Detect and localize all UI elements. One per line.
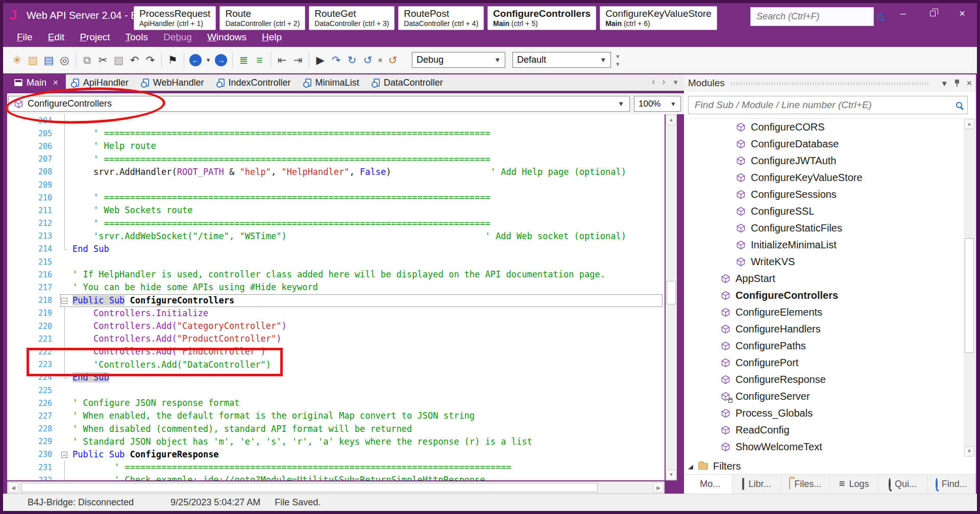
code-horizontal-scrollbar[interactable]: ◀ ▶ — [7, 481, 665, 494]
module-item-WriteKVS[interactable]: WriteKVS — [684, 253, 964, 270]
module-item-InitializeMinimaList[interactable]: InitializeMinimaList — [684, 237, 964, 253]
quick-tab-ProcessRequest[interactable]: ProcessRequestApiHandler (ctrl + 1) — [134, 6, 216, 30]
code-line-207[interactable]: 207 ' ==================================… — [7, 153, 665, 166]
code-line-204[interactable]: 204 — [7, 114, 665, 127]
run-icon[interactable]: ▶ — [312, 52, 328, 69]
bookmark-icon[interactable]: ⚑ — [165, 52, 181, 69]
undo-icon[interactable]: ↶ — [127, 52, 142, 69]
module-item-ShowWelcomeText[interactable]: ShowWelcomeText — [684, 439, 964, 455]
collapse-triangle-icon[interactable]: ◢ — [688, 462, 693, 470]
quick-tab-Route[interactable]: RouteDataController (ctrl + 2) — [219, 6, 305, 30]
panel-drag-grip[interactable] — [731, 82, 928, 85]
code-line-216[interactable]: 216' If HelpHandler is used, controller … — [7, 268, 665, 281]
code-line-219[interactable]: 219 Controllers.Initialize — [7, 307, 665, 320]
pin-icon[interactable] — [954, 79, 960, 87]
code-line-221[interactable]: 221 Controllers.Add("ProductController") — [7, 332, 665, 345]
navigate-back-icon[interactable]: ← — [189, 54, 202, 66]
menu-project[interactable]: Project — [72, 28, 117, 47]
minimize-button[interactable]: – — [888, 3, 918, 23]
code-line-224[interactable]: 224End Sub — [7, 371, 665, 384]
code-line-206[interactable]: 206 ' Help route — [7, 140, 665, 152]
step-into-icon[interactable]: ↻ — [344, 52, 360, 69]
module-item-ConfigureSessions[interactable]: ConfigureSessions — [684, 186, 964, 203]
code-vertical-scrollbar[interactable]: ▲ ▼ — [666, 114, 677, 480]
layout-variant-combo[interactable]: Default ▼ — [512, 52, 611, 68]
code-line-220[interactable]: 220 Controllers.Add("CategoryController"… — [7, 320, 665, 332]
quick-tab-RoutePost[interactable]: RoutePostDataController (ctrl + 4) — [398, 6, 484, 30]
code-line-230[interactable]: 230–Public Sub ConfigureResponse — [7, 448, 665, 461]
scroll-down-icon[interactable]: ▼ — [964, 446, 974, 456]
code-line-227[interactable]: 227' When enabled, the default format is… — [7, 409, 665, 422]
navigate-forward-icon[interactable]: → — [215, 54, 227, 66]
scroll-right-icon[interactable]: › — [662, 76, 665, 87]
new-file-icon[interactable]: ✳ — [9, 52, 25, 69]
module-item-ConfigureControllers[interactable]: ConfigureControllers — [684, 287, 964, 304]
scroll-right-icon[interactable]: ▶ — [653, 482, 664, 493]
close-button[interactable]: × — [947, 3, 977, 23]
editor-tab-MinimaList[interactable]: MinimaList — [298, 74, 366, 91]
scroll-left-icon[interactable]: ◀ — [8, 482, 18, 493]
code-line-214[interactable]: 214End Sub — [7, 243, 665, 255]
code-line-232[interactable]: 232 ' Check example: ide://goto?Module=U… — [7, 474, 665, 480]
code-editor[interactable]: 204205 ' ===============================… — [7, 114, 665, 480]
current-sub-combo[interactable]: ConfigureControllers ▼ — [8, 96, 630, 112]
module-item-ConfigureStaticFiles[interactable]: ConfigureStaticFiles — [684, 220, 964, 237]
save-icon[interactable]: ▤ — [41, 52, 57, 69]
vertical-scroll-thumb[interactable] — [667, 281, 676, 304]
editor-tab-WebHandler[interactable]: WebHandler — [136, 74, 211, 91]
find-in-files-icon[interactable]: ◎ — [57, 52, 72, 69]
panel-tab-Files[interactable]: Files... — [781, 475, 830, 494]
open-file-icon[interactable]: ▨ — [25, 52, 41, 69]
panel-tab-Find[interactable]: Find... — [927, 475, 976, 494]
module-item-ConfigureCORS[interactable]: ConfigureCORS — [684, 119, 964, 136]
outdent-icon[interactable]: ⇤ — [274, 52, 290, 69]
menu-tools[interactable]: Tools — [118, 28, 156, 47]
navigate-history-dropdown-icon[interactable]: ▾ — [204, 52, 213, 69]
module-search-box[interactable] — [688, 96, 968, 114]
code-line-225[interactable]: 225 — [7, 384, 665, 397]
panel-tab-Logs[interactable]: ≡Logs — [830, 475, 878, 494]
panel-tab-Libr[interactable]: Libr... — [732, 475, 781, 494]
code-line-226[interactable]: 226' Configure JSON response format — [7, 397, 665, 409]
tab-list-dropdown-icon[interactable]: ▼ — [672, 76, 679, 87]
module-search-input[interactable] — [694, 99, 956, 111]
restore-button[interactable] — [918, 3, 947, 23]
menu-edit[interactable]: Edit — [40, 28, 72, 47]
close-tab-icon[interactable]: ✕ — [53, 79, 59, 87]
horizontal-scroll-thumb[interactable] — [21, 483, 598, 492]
module-item-AppStart[interactable]: AppStart — [684, 270, 964, 287]
build-configuration-combo[interactable]: Debug ▼ — [412, 52, 505, 68]
code-line-213[interactable]: 213 'srvr.AddWebSocket("/time", "WSTime"… — [7, 230, 665, 243]
step-over-icon[interactable]: ↷ — [328, 52, 344, 69]
code-line-222[interactable]: 222 Controllers.Add("FindController") — [7, 345, 665, 358]
toolbar-overflow-icon[interactable]: ▾▾ — [616, 53, 620, 68]
code-line-212[interactable]: 212 ' ==================================… — [7, 217, 665, 230]
editor-tab-Main[interactable]: Main✕ — [7, 74, 66, 91]
module-item-ConfigureHandlers[interactable]: ConfigureHandlers — [684, 321, 964, 338]
rebuild-icon[interactable]: ↺ — [385, 52, 401, 69]
menu-file[interactable]: File — [9, 28, 40, 47]
code-line-218[interactable]: 218–Public Sub ConfigureControllers — [7, 294, 665, 307]
fold-collapse-icon[interactable]: – — [61, 452, 67, 458]
global-search-box[interactable] — [750, 7, 874, 26]
global-search-input[interactable] — [755, 11, 877, 22]
editor-tab-ApiHandler[interactable]: ApiHandler — [66, 74, 136, 91]
cut-icon[interactable]: ✂ — [95, 52, 111, 69]
module-item-ConfigureElements[interactable]: ConfigureElements — [684, 304, 964, 321]
stop-icon[interactable]: ■ — [376, 52, 385, 69]
modules-scrollbar[interactable]: ▲ ▼ — [964, 118, 975, 457]
step-out-icon[interactable]: ↺ — [360, 52, 376, 69]
module-item-ConfigurePort[interactable]: ConfigurePort — [684, 354, 964, 371]
indent-icon[interactable]: ⇥ — [290, 52, 306, 69]
panel-tab-Qui[interactable]: Qui... — [878, 475, 927, 494]
copy-icon[interactable]: ⧉ — [79, 52, 95, 69]
quick-tab-ConfigureControllers[interactable]: ConfigureControllersMain (ctrl + 5) — [487, 6, 596, 30]
code-line-210[interactable]: 210 ' ==================================… — [7, 191, 665, 204]
code-line-217[interactable]: 217' You can be hide some APIs using #Hi… — [7, 281, 665, 294]
quick-tab-RouteGet[interactable]: RouteGetDataController (ctrl + 3) — [309, 6, 395, 30]
editor-tab-DataController[interactable]: DataController — [366, 74, 450, 91]
panel-tab-Mo[interactable]: Mo... — [684, 475, 732, 494]
scroll-up-icon[interactable]: ▲ — [964, 119, 974, 129]
scroll-left-icon[interactable]: ‹ — [652, 76, 655, 87]
module-item-ConfigureDatabase[interactable]: ConfigureDatabase — [684, 136, 964, 152]
